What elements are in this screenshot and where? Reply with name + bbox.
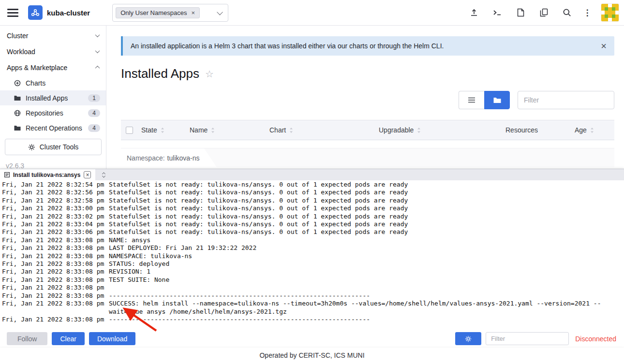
install-log-window: Install tulikova-ns:ansys × Fri, Jan 21 … xyxy=(0,169,624,347)
column-header-resources: Resources xyxy=(502,126,571,134)
log-timestamp: Fri, Jan 21 2022 8:33:08 pm xyxy=(2,236,105,244)
log-timestamp: Fri, Jan 21 2022 8:32:58 pm xyxy=(2,197,105,204)
column-header-upgradable[interactable]: Upgradable xyxy=(375,126,502,134)
log-message: StatefulSet is not ready: tulikova-ns/an… xyxy=(109,220,622,228)
sidebar-item-label: Repositories xyxy=(26,109,63,117)
log-message: StatefulSet is not ready: tulikova-ns/an… xyxy=(109,181,622,189)
terminal-tab-bar: Install tulikova-ns:ansys × xyxy=(0,169,624,180)
log-timestamp: Fri, Jan 21 2022 8:33:08 pm xyxy=(2,260,105,268)
sidebar-item-installed-apps[interactable]: Installed Apps1 xyxy=(0,90,106,105)
sidebar-group-cluster[interactable]: Cluster xyxy=(0,28,106,44)
column-header-name[interactable]: Name xyxy=(186,126,266,134)
banner-close-icon[interactable]: × xyxy=(601,41,607,51)
table-header: StateNameChartUpgradableResourcesAge xyxy=(121,120,614,140)
log-timestamp: Fri, Jan 21 2022 8:33:08 pm xyxy=(2,292,105,300)
page-title: Installed Apps xyxy=(121,66,199,81)
log-message: StatefulSet is not ready: tulikova-ns/an… xyxy=(109,228,622,236)
download-kubeconfig-icon[interactable] xyxy=(509,5,532,20)
clear-button[interactable]: Clear xyxy=(52,332,84,345)
list-view-button[interactable] xyxy=(459,91,484,109)
close-tab-icon[interactable]: × xyxy=(84,171,91,178)
log-line: Fri, Jan 21 2022 8:33:08 pmREVISION: 1 xyxy=(2,268,622,276)
column-label: Age xyxy=(575,126,587,134)
log-timestamp: Fri, Jan 21 2022 8:33:06 pm xyxy=(2,228,105,236)
log-message: StatefulSet is not ready: tulikova-ns/an… xyxy=(109,189,622,196)
cluster-manager-logo[interactable] xyxy=(28,5,43,20)
resize-panel-control[interactable] xyxy=(95,169,112,180)
log-line: Fri, Jan 21 2022 8:33:08 pmSTATUS: deplo… xyxy=(2,260,622,268)
log-line: Fri, Jan 21 2022 8:33:08 pm-------------… xyxy=(2,316,622,323)
log-message: NAME: ansys xyxy=(109,236,622,244)
log-timestamp: Fri, Jan 21 2022 8:33:08 pm xyxy=(2,244,105,252)
favorite-star-icon[interactable]: ☆ xyxy=(205,68,214,80)
log-icon xyxy=(4,172,10,177)
chevron-down-icon xyxy=(217,9,223,15)
log-line: Fri, Jan 21 2022 8:33:08 pmSUCCESS: helm… xyxy=(2,300,622,316)
sidebar-group-apps-marketplace[interactable]: Apps & Marketplace xyxy=(0,59,106,75)
namespace-filter-tag-label: Only User Namespaces xyxy=(120,9,187,16)
sidebar-item-recent-operations[interactable]: Recent Operations4 xyxy=(0,120,106,135)
log-lines[interactable]: Fri, Jan 21 2022 8:32:54 pmStatefulSet i… xyxy=(0,180,624,332)
log-message: SUCCESS: helm install --namespace=tuliko… xyxy=(109,300,622,316)
search-icon[interactable] xyxy=(555,5,579,20)
remove-tag-icon[interactable]: × xyxy=(191,10,195,16)
log-message: ----------------------------------------… xyxy=(109,316,622,323)
sidebar-groups: ClusterWorkloadApps & MarketplaceChartsI… xyxy=(0,28,106,135)
cluster-logo-icon xyxy=(31,9,40,16)
log-message xyxy=(109,284,622,291)
follow-button[interactable]: Follow xyxy=(7,332,47,345)
column-header-chart[interactable]: Chart xyxy=(266,126,375,134)
log-settings-button[interactable] xyxy=(455,332,481,345)
log-message: StatefulSet is not ready: tulikova-ns/an… xyxy=(109,213,622,220)
log-line: Fri, Jan 21 2022 8:33:06 pmStatefulSet i… xyxy=(2,228,622,236)
kubectl-shell-icon[interactable] xyxy=(486,5,509,20)
column-label: Name xyxy=(190,126,208,134)
sidebar-item-repositories[interactable]: Repositories4 xyxy=(0,105,106,120)
log-line: Fri, Jan 21 2022 8:32:58 pmStatefulSet i… xyxy=(2,197,622,204)
log-message: StatefulSet is not ready: tulikova-ns/an… xyxy=(109,197,622,204)
sidebar-item-charts[interactable]: Charts xyxy=(0,75,106,90)
hamburger-menu-icon[interactable] xyxy=(7,9,18,17)
sort-icon xyxy=(417,127,421,133)
cluster-tools-button[interactable]: Cluster Tools xyxy=(5,139,102,155)
log-message: STATUS: deployed xyxy=(109,260,622,268)
select-all-checkbox[interactable] xyxy=(126,127,133,134)
user-avatar[interactable] xyxy=(601,3,619,22)
select-all-cell xyxy=(121,127,137,134)
info-banner-text: An installed application is a Helm 3 cha… xyxy=(131,42,444,50)
kebab-menu-icon[interactable]: ⋮ xyxy=(579,5,596,20)
namespace-name-link[interactable]: tulikova-ns xyxy=(167,154,200,162)
copy-kubeconfig-icon[interactable] xyxy=(532,5,555,20)
sort-icon xyxy=(211,127,215,133)
list-controls xyxy=(121,91,614,109)
rancher-app: kuba-cluster Only User Namespaces × xyxy=(0,0,624,364)
namespace-filter-dropdown[interactable]: Only User Namespaces × xyxy=(112,4,228,22)
sort-icon xyxy=(161,127,164,133)
terminal-tab[interactable]: Install tulikova-ns:ansys × xyxy=(0,169,95,180)
sidebar-group-label: Workload xyxy=(7,48,35,56)
globe-icon xyxy=(14,110,21,116)
cluster-tools-label: Cluster Tools xyxy=(40,143,79,151)
log-message: LAST DEPLOYED: Fri Jan 21 19:32:22 2022 xyxy=(109,244,622,252)
log-timestamp: Fri, Jan 21 2022 8:33:08 pm xyxy=(2,268,105,276)
log-filter-input[interactable] xyxy=(486,332,569,345)
import-yaml-icon[interactable] xyxy=(462,5,486,20)
folder-icon xyxy=(14,95,21,101)
group-by-namespace-button[interactable] xyxy=(484,91,510,109)
title-row: Installed Apps ☆ xyxy=(121,66,614,81)
namespace-filter-tag: Only User Namespaces × xyxy=(116,7,200,18)
terminal-tab-title: Install tulikova-ns:ansys xyxy=(13,172,80,178)
log-message: StatefulSet is not ready: tulikova-ns/an… xyxy=(109,204,622,212)
list-view-icon xyxy=(468,97,475,103)
sort-icon xyxy=(590,127,594,133)
filter-input[interactable] xyxy=(518,91,614,109)
sort-icon xyxy=(289,127,293,133)
cluster-name: kuba-cluster xyxy=(47,9,90,17)
column-header-age[interactable]: Age xyxy=(571,126,614,134)
log-timestamp: Fri, Jan 21 2022 8:32:54 pm xyxy=(2,181,105,189)
chevron-up-icon xyxy=(95,66,100,71)
download-button[interactable]: Download xyxy=(89,332,135,345)
column-header-state[interactable]: State xyxy=(137,126,186,134)
namespace-group-row: Namespace: tulikova-ns xyxy=(121,148,614,167)
sidebar-group-workload[interactable]: Workload xyxy=(0,44,106,59)
